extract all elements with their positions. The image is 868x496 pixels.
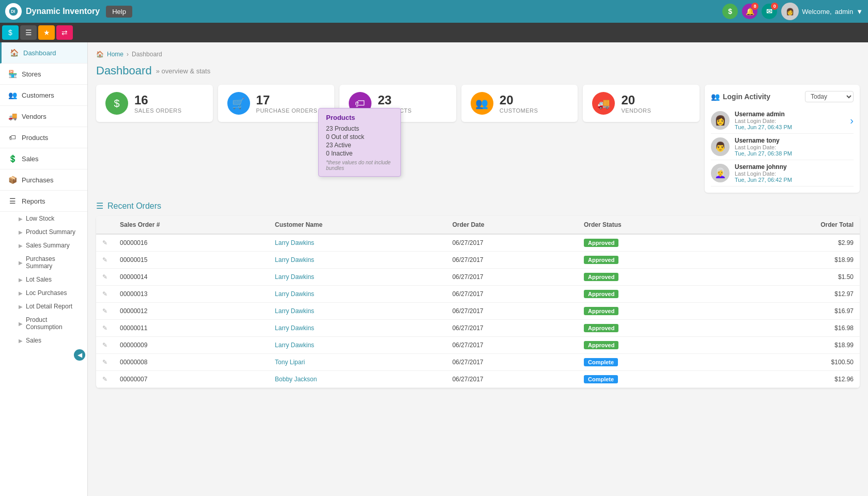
logo-icon: DI: [5, 3, 22, 20]
products-number: 23: [378, 93, 412, 107]
sidebar-sub-product-consumption[interactable]: ▶ Product Consumption: [0, 313, 87, 334]
sidebar-sub-low-stock[interactable]: ▶ Low Stock: [0, 212, 87, 225]
customer-link[interactable]: Larry Dawkins: [275, 342, 314, 349]
sidebar-item-products[interactable]: 🏷 Products: [0, 127, 87, 148]
sidebar-sub-purchases-summary[interactable]: ▶ Purchases Summary: [0, 252, 87, 273]
home-icon: 🏠: [96, 51, 104, 58]
sidebar-item-reports[interactable]: ☰ Reports: [0, 191, 87, 212]
login-info-tony: Username tony Last Login Date: Tue, Jun …: [735, 137, 792, 157]
customer-cell: Tony Lipari: [269, 354, 446, 371]
table-row: ✎ 00000008 Tony Lipari 06/27/2017 Comple…: [96, 354, 860, 371]
sales-orders-info: 16 SALES ORDERS: [134, 93, 182, 114]
edit-cell[interactable]: ✎: [96, 354, 114, 371]
star-bar-button[interactable]: ★: [38, 25, 55, 40]
edit-icon[interactable]: ✎: [102, 256, 107, 264]
sidebar-label-stores: Stores: [22, 70, 41, 78]
user-menu[interactable]: 👩 Welcome, admin ▼: [781, 3, 863, 20]
customer-link[interactable]: Larry Dawkins: [275, 239, 314, 246]
stat-card-customers: 👥 20 CUSTOMERS: [461, 85, 578, 122]
mail-nav-button[interactable]: ✉ 0: [762, 4, 777, 19]
edit-cell[interactable]: ✎: [96, 303, 114, 320]
purchases-icon: 📦: [7, 175, 18, 185]
customer-link[interactable]: Larry Dawkins: [275, 273, 314, 281]
login-info-johnny: Username johnny Last Login Date: Tue, Ju…: [735, 163, 792, 183]
customer-link[interactable]: Larry Dawkins: [275, 290, 314, 298]
panel-next-button[interactable]: ›: [850, 115, 854, 127]
login-entry-1: 👨 Username tony Last Login Date: Tue, Ju…: [711, 134, 854, 160]
edit-icon[interactable]: ✎: [102, 342, 107, 349]
customer-link[interactable]: Tony Lipari: [275, 359, 305, 366]
table-row: ✎ 00000015 Larry Dawkins 06/27/2017 Appr…: [96, 252, 860, 269]
edit-icon[interactable]: ✎: [102, 307, 107, 315]
status-cell: Approved: [578, 269, 725, 286]
sidebar-sub-loc-purchases[interactable]: ▶ Loc Purchases: [0, 286, 87, 300]
order-num-cell: 00000011: [114, 320, 269, 337]
list-bar-button[interactable]: ☰: [20, 25, 37, 40]
sidebar-sub-lot-sales[interactable]: ▶ Lot Sales: [0, 273, 87, 286]
edit-icon[interactable]: ✎: [102, 324, 107, 332]
breadcrumb: 🏠 Home › Dashboard: [96, 51, 860, 58]
table-row: ✎ 00000016 Larry Dawkins 06/27/2017 Appr…: [96, 234, 860, 252]
bell-nav-button[interactable]: 🔔 8: [742, 4, 757, 19]
edit-icon[interactable]: ✎: [102, 376, 107, 383]
vendors-label: VENDORS: [621, 107, 651, 114]
login-title-text: Login Activity: [723, 92, 770, 101]
customer-link[interactable]: Bobby Jackson: [275, 376, 317, 383]
total-cell: $1.50: [725, 269, 860, 286]
table-row: ✎ 00000013 Larry Dawkins 06/27/2017 Appr…: [96, 286, 860, 303]
customer-cell: Larry Dawkins: [269, 269, 446, 286]
period-select[interactable]: Today This Week This Month: [805, 91, 854, 102]
edit-cell[interactable]: ✎: [96, 286, 114, 303]
edit-icon[interactable]: ✎: [102, 273, 107, 281]
sidebar-sub-lot-detail-report[interactable]: ▶ Lot Detail Report: [0, 300, 87, 313]
purchase-orders-info: 17 PURCHASE ORDERS: [256, 93, 318, 114]
share-bar-button[interactable]: ⇄: [56, 25, 73, 40]
recent-orders-title: ☰ Recent Orders: [96, 201, 860, 211]
edit-cell[interactable]: ✎: [96, 337, 114, 354]
sidebar-sub-sales[interactable]: ▶ Sales: [0, 334, 87, 347]
edit-icon[interactable]: ✎: [102, 239, 107, 246]
total-cell: $18.99: [725, 252, 860, 269]
sidebar-item-customers[interactable]: 👥 Customers: [0, 85, 87, 106]
customer-link[interactable]: Larry Dawkins: [275, 324, 314, 332]
breadcrumb-home[interactable]: Home: [107, 51, 123, 58]
sidebar-item-purchases[interactable]: 📦 Purchases: [0, 169, 87, 191]
dollar-bar-button[interactable]: $: [2, 25, 19, 40]
page-title-text: Dashboard: [96, 64, 152, 78]
username-text: admin: [835, 8, 853, 16]
avatar-johnny: 👩‍🦳: [711, 164, 730, 182]
date-val-tony: Tue, Jun 27, 06:38 PM: [735, 150, 792, 157]
sidebar-collapse-button[interactable]: ◀: [74, 349, 85, 361]
dollar-nav-button[interactable]: $: [722, 4, 738, 19]
sidebar-item-sales[interactable]: 💲 Sales: [0, 148, 87, 169]
username-tony: Username tony: [735, 137, 792, 144]
customer-link[interactable]: Larry Dawkins: [275, 256, 314, 264]
customer-link[interactable]: Larry Dawkins: [275, 307, 314, 315]
sales-orders-number: 16: [134, 93, 182, 107]
date-cell: 06/27/2017: [446, 354, 578, 371]
sales-orders-label: SALES ORDERS: [134, 107, 182, 114]
edit-cell[interactable]: ✎: [96, 252, 114, 269]
edit-cell[interactable]: ✎: [96, 269, 114, 286]
edit-cell[interactable]: ✎: [96, 234, 114, 252]
customer-cell: Larry Dawkins: [269, 252, 446, 269]
order-num-cell: 00000008: [114, 354, 269, 371]
edit-cell[interactable]: ✎: [96, 371, 114, 388]
help-button[interactable]: Help: [106, 6, 132, 18]
edit-icon[interactable]: ✎: [102, 290, 107, 298]
edit-cell[interactable]: ✎: [96, 320, 114, 337]
app-title: Dynamic Inventory: [26, 7, 100, 16]
reports-icon: ☰: [7, 196, 18, 206]
products-popup: Products 23 Products 0 Out of stock 23 A…: [318, 108, 401, 177]
total-cell: $12.97: [725, 286, 860, 303]
user-avatar: 👩: [781, 3, 799, 20]
arrow-icon: ▶: [19, 229, 23, 235]
sidebar-sub-product-summary[interactable]: ▶ Product Summary: [0, 225, 87, 239]
sidebar-item-stores[interactable]: 🏪 Stores: [0, 64, 87, 85]
status-cell: Complete: [578, 371, 725, 388]
sidebar-item-vendors[interactable]: 🚚 Vendors: [0, 106, 87, 127]
edit-icon[interactable]: ✎: [102, 359, 107, 366]
sidebar-item-dashboard[interactable]: 🏠 Dashboard: [0, 42, 87, 64]
vendors-icon: 🚚: [7, 111, 18, 121]
sidebar-sub-sales-summary[interactable]: ▶ Sales Summary: [0, 239, 87, 252]
